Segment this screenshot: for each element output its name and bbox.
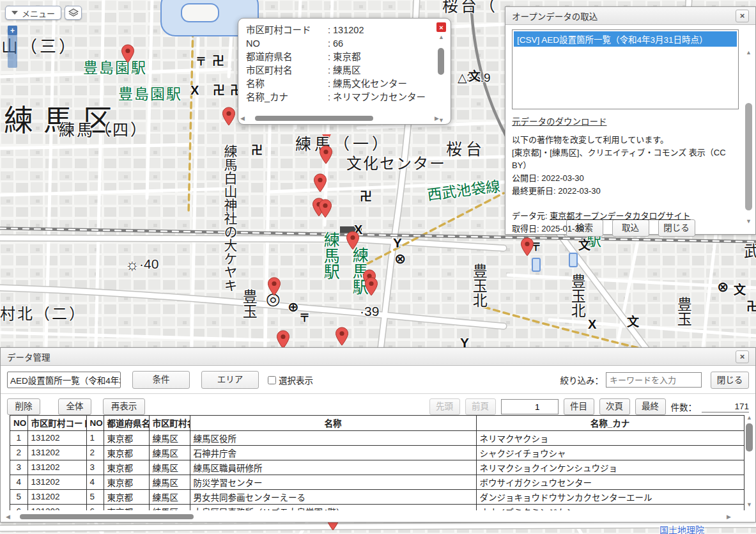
table-horizontal-scrollbar[interactable]: ◀ ▶ <box>4 513 743 521</box>
table-row[interactable]: 41312024東京都練馬区防災学習センターボウサイガクシュウセンター <box>10 475 744 489</box>
panel-close-button[interactable]: 閉じる <box>711 372 749 389</box>
popup-field: 名称: 練馬文化センター <box>246 77 433 91</box>
next-page-button[interactable]: 次頁 <box>599 398 630 415</box>
open-data-panel: オープンデータの取込 × [CSV] AED設置箇所一覧（令和4年3月31日時点… <box>505 6 756 235</box>
zoom-control[interactable]: + <box>8 26 17 68</box>
table-cell: 練馬区役所 <box>190 430 476 445</box>
table-row[interactable]: 11312021東京都練馬区練馬区役所ネリマクヤクショ <box>10 430 744 445</box>
data-source-label: データ元: <box>512 211 550 221</box>
license-text: 以下の著作物を改変して利用しています。[東京都]・[練馬区]、クリエイティブ・コ… <box>512 134 739 198</box>
table-cell: 石神井庁舎 <box>190 445 476 460</box>
dataset-list-item[interactable]: [CSV] AED設置箇所一覧（令和4年3月31日時点） <box>514 31 737 47</box>
table-cell: 練馬区 <box>149 489 190 504</box>
open-data-scrollbar[interactable]: ▲ ▼ <box>744 51 753 236</box>
table-cell: 練馬区職員研修所 <box>190 460 476 475</box>
table-vertical-scrollbar[interactable]: ▲ ▼ <box>745 416 753 510</box>
first-page-button[interactable]: 先頭 <box>429 398 460 415</box>
scroll-up-icon[interactable]: ▲ <box>746 414 752 421</box>
column-header: NO <box>10 416 27 430</box>
table-cell: 練馬区 <box>149 504 190 510</box>
filter-input[interactable] <box>606 372 702 388</box>
table-header-row: NO市区町村コードNO都道府県名市区町村名名称名称_カナ <box>10 416 744 430</box>
table-cell: 4 <box>86 475 104 489</box>
open-data-panel-body: [CSV] AED設置箇所一覧（令和4年3月31日時点） 元データのダウンロード… <box>505 25 755 216</box>
refresh-button[interactable]: 再表示 <box>103 398 145 415</box>
popup-field-value: : 66 <box>328 37 343 51</box>
layers-icon <box>68 8 79 17</box>
scrollbar-thumb[interactable] <box>745 103 752 210</box>
data-management-toolbar: AED設置箇所一覧（令和4年3 条件 エリア 選択表示 絞り込み： 閉じる <box>1 366 755 394</box>
dataset-listbox[interactable]: [CSV] AED設置箇所一覧（令和4年3月31日時点） <box>512 29 739 109</box>
table-cell: 練馬区 <box>149 475 190 489</box>
table-cell: 3 <box>10 460 27 475</box>
popup-field-value: : ネリマブンカセンター <box>328 91 426 104</box>
table-cell: 131202 <box>27 475 86 489</box>
scroll-down-icon[interactable]: ▼ <box>746 501 752 508</box>
scrollbar-thumb[interactable] <box>746 423 753 452</box>
zoom-in-button[interactable]: + <box>8 26 17 35</box>
table-cell: 3 <box>86 460 104 475</box>
open-data-close-button[interactable]: × <box>736 10 749 22</box>
scroll-up-icon[interactable]: ▲ <box>438 34 444 40</box>
table-row[interactable]: 51312025東京都練馬区男女共同参画センターえーるダンジョキョウドウサンカク… <box>10 489 744 504</box>
filter-label: 絞り込み： <box>560 373 604 386</box>
scroll-right-icon[interactable]: ▶ <box>435 115 439 122</box>
area-button[interactable]: エリア <box>201 371 259 389</box>
column-header: NO <box>86 416 104 430</box>
table-cell: 防災学習センター <box>190 475 476 489</box>
popup-field: 名称_カナ: ネリマブンカセンター <box>246 91 433 104</box>
open-data-panel-header: オープンデータの取込 × <box>505 7 755 25</box>
table-cell: ダンジョキョウドウサンカクセンターエール <box>476 489 744 504</box>
download-source-link[interactable]: 元データのダウンロード <box>512 114 607 127</box>
table-row[interactable]: 21312022東京都練馬区石神井庁舎シャクジイチョウシャ <box>10 445 744 460</box>
table-cell: 5 <box>86 489 104 504</box>
all-button[interactable]: 全体 <box>58 398 91 415</box>
table-cell: 東京都 <box>104 445 149 460</box>
column-header: 市区町村名 <box>149 416 190 430</box>
page-number-input[interactable] <box>501 399 559 414</box>
popup-field: 市区町村名: 練馬区 <box>246 64 433 77</box>
popup-field-label: 都道府県名 <box>246 51 328 64</box>
condition-button[interactable]: 条件 <box>132 371 190 389</box>
data-table-body: 11312021東京都練馬区練馬区役所ネリマクヤクショ21312022東京都練馬… <box>10 430 744 510</box>
scroll-down-icon[interactable]: ▼ <box>438 117 444 123</box>
popup-close-button[interactable]: × <box>436 22 446 32</box>
data-management-close-button[interactable]: × <box>736 350 749 363</box>
table-row[interactable]: 31312023東京都練馬区練馬区職員研修所ネリマクショクインケンシュウジョ <box>10 460 744 475</box>
scroll-up-icon[interactable]: ▲ <box>746 49 752 56</box>
prev-page-button[interactable]: 前頁 <box>465 398 496 415</box>
data-source-link[interactable]: 東京都オープンデータカタログサイト <box>550 211 690 221</box>
scroll-down-icon[interactable]: ▼ <box>746 218 752 224</box>
table-cell: 東京都 <box>104 489 149 504</box>
last-page-button[interactable]: 最終 <box>635 398 666 415</box>
pagination: 先頭 前頁 件目 次頁 最終 件数： 171 <box>429 398 750 415</box>
dataset-select[interactable]: AED設置箇所一覧（令和4年3 <box>7 372 121 388</box>
popup-field-label: 市区町村名 <box>246 64 328 77</box>
layers-button[interactable] <box>65 6 82 20</box>
column-header: 名称 <box>190 416 476 430</box>
menu-button[interactable]: メニュー <box>5 6 61 20</box>
table-cell: 6 <box>86 504 104 510</box>
table-cell: 131202 <box>27 460 86 475</box>
scroll-right-icon[interactable]: ▶ <box>727 514 731 520</box>
page-unit-button[interactable]: 件目 <box>564 398 594 415</box>
table-cell: 練馬区 <box>149 445 190 460</box>
scrollbar-thumb[interactable] <box>255 116 373 121</box>
selection-display-checkbox[interactable] <box>268 376 276 384</box>
scroll-left-icon[interactable]: ◀ <box>6 514 10 520</box>
delete-button[interactable]: 削除 <box>7 398 40 415</box>
table-row[interactable]: 61312026東京都練馬区大泉区民事務所（リズモ大泉学園4階）オオイズミクミン… <box>10 504 744 510</box>
table-cell: オオイズミクミンジムショ <box>476 504 744 510</box>
scrollbar-thumb[interactable] <box>20 514 194 519</box>
count-label: 件数： <box>671 400 697 413</box>
scrollbar-thumb[interactable] <box>438 48 444 75</box>
scroll-left-icon[interactable]: ◀ <box>240 115 245 122</box>
table-cell: 東京都 <box>104 430 149 445</box>
table-cell: 4 <box>10 475 27 489</box>
filter-group: 絞り込み： 閉じる <box>560 372 750 389</box>
popup-vertical-scrollbar[interactable]: ▲ ▼ <box>437 40 445 120</box>
data-management-title: データ管理 <box>7 350 50 363</box>
data-table: NO市区町村コードNO都道府県名市区町村名名称名称_カナ 11312021東京都… <box>10 416 744 510</box>
column-header: 市区町村コード <box>27 416 86 430</box>
popup-horizontal-scrollbar[interactable]: ◀ ▶ <box>246 115 425 122</box>
